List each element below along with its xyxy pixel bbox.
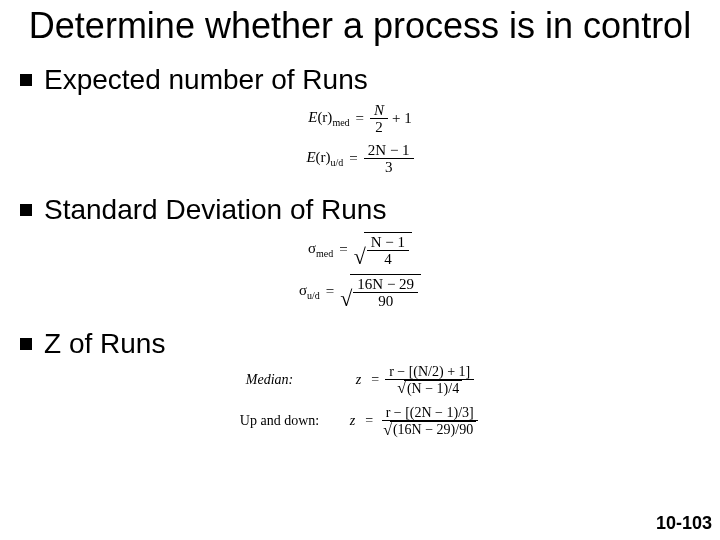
slide: Determine whether a process is in contro… bbox=[0, 0, 720, 540]
formula-lhs: σmed bbox=[308, 240, 333, 259]
fraction: 16N − 29 90 bbox=[353, 276, 418, 310]
formula-block-expected: E(r)med = N 2 + 1 E(r)u/d = 2N − 1 3 bbox=[20, 102, 700, 176]
sym-E: E bbox=[308, 109, 317, 125]
fraction: r − [(N/2) + 1] √ (N − 1)/4 bbox=[385, 364, 474, 397]
fraction-den: √ (16N − 29)/90 bbox=[379, 421, 480, 438]
equals-sign: = bbox=[349, 150, 357, 167]
formula-lhs: E(r)u/d bbox=[306, 149, 343, 168]
fraction-num: 2N − 1 bbox=[364, 142, 414, 160]
fraction: r − [(2N − 1)/3] √ (16N − 29)/90 bbox=[379, 405, 480, 438]
sqrt: √ N − 1 4 bbox=[354, 232, 412, 268]
bullet-mark-icon bbox=[20, 204, 32, 216]
formula-er-ud: E(r)u/d = 2N − 1 3 bbox=[306, 142, 413, 176]
page-number: 10-103 bbox=[656, 513, 712, 534]
fraction-num: r − [(2N − 1)/3] bbox=[382, 405, 478, 421]
equals-sign: = bbox=[371, 372, 379, 388]
sym-z: z bbox=[350, 413, 355, 429]
fraction-num: 16N − 29 bbox=[353, 276, 418, 294]
formula-z-median: Median: z = r − [(N/2) + 1] √ (N − 1)/4 bbox=[246, 364, 474, 397]
bullet-text: Expected number of Runs bbox=[44, 64, 368, 96]
sqrt: √ (16N − 29)/90 bbox=[383, 421, 476, 437]
bullet-z-runs: Z of Runs bbox=[20, 328, 700, 360]
formula-sd-med: σmed = √ N − 1 4 bbox=[308, 232, 412, 268]
slide-title: Determine whether a process is in contro… bbox=[20, 0, 700, 46]
formula-z-updown: Up and down: z = r − [(2N − 1)/3] √ (16N… bbox=[240, 405, 480, 438]
radicand: N − 1 4 bbox=[364, 232, 412, 268]
fraction-num: r − [(N/2) + 1] bbox=[385, 364, 474, 380]
bullet-mark-icon bbox=[20, 74, 32, 86]
formula-block-z: Median: z = r − [(N/2) + 1] √ (N − 1)/4 … bbox=[20, 364, 700, 438]
sym-r: (r) bbox=[317, 109, 332, 125]
equals-sign: = bbox=[339, 241, 347, 258]
equals-sign: = bbox=[356, 110, 364, 127]
plus-one: + 1 bbox=[392, 110, 412, 127]
fraction-num: N bbox=[370, 102, 388, 120]
fraction-den: √ (N − 1)/4 bbox=[393, 380, 466, 397]
fraction: N − 1 4 bbox=[367, 234, 409, 268]
fraction-den: 90 bbox=[374, 293, 397, 310]
bullet-text: Standard Deviation of Runs bbox=[44, 194, 386, 226]
fraction-num: N − 1 bbox=[367, 234, 409, 252]
sym-sigma: σ bbox=[299, 282, 307, 298]
fraction-den: 4 bbox=[380, 251, 396, 268]
equals-sign: = bbox=[365, 413, 373, 429]
sym-r: (r) bbox=[316, 149, 331, 165]
sym-E: E bbox=[306, 149, 315, 165]
sqrt: √ 16N − 29 90 bbox=[340, 274, 421, 310]
sub-ud: u/d bbox=[307, 290, 320, 301]
z-label-median: Median: bbox=[246, 372, 356, 388]
fraction: 2N − 1 3 bbox=[364, 142, 414, 176]
radicand: 16N − 29 90 bbox=[350, 274, 421, 310]
radicand: (16N − 29)/90 bbox=[390, 421, 476, 437]
radicand: (N − 1)/4 bbox=[404, 380, 462, 396]
formula-er-med: E(r)med = N 2 + 1 bbox=[308, 102, 412, 136]
bullet-mark-icon bbox=[20, 338, 32, 350]
sqrt: √ (N − 1)/4 bbox=[397, 380, 462, 396]
equals-sign: = bbox=[326, 283, 334, 300]
formula-lhs: E(r)med bbox=[308, 109, 349, 128]
fraction-den: 2 bbox=[371, 119, 387, 136]
sub-med: med bbox=[316, 248, 333, 259]
bullet-std-dev-runs: Standard Deviation of Runs bbox=[20, 194, 700, 226]
bullet-expected-runs: Expected number of Runs bbox=[20, 64, 700, 96]
formula-block-stddev: σmed = √ N − 1 4 σu/d = √ bbox=[20, 232, 700, 310]
bullet-text: Z of Runs bbox=[44, 328, 165, 360]
fraction: N 2 bbox=[370, 102, 388, 136]
fraction-den: 3 bbox=[381, 159, 397, 176]
formula-lhs: σu/d bbox=[299, 282, 320, 301]
sym-z: z bbox=[356, 372, 361, 388]
z-expression: z = r − [(2N − 1)/3] √ (16N − 29)/90 bbox=[350, 405, 480, 438]
sub-med: med bbox=[332, 117, 349, 128]
sym-sigma: σ bbox=[308, 240, 316, 256]
formula-sd-ud: σu/d = √ 16N − 29 90 bbox=[299, 274, 421, 310]
sub-ud: u/d bbox=[331, 157, 344, 168]
z-label-updown: Up and down: bbox=[240, 413, 350, 429]
z-expression: z = r − [(N/2) + 1] √ (N − 1)/4 bbox=[356, 364, 474, 397]
